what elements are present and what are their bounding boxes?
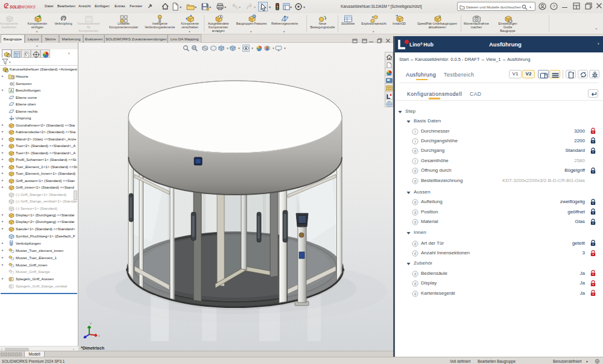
svg-text:x: x bbox=[98, 334, 100, 337]
svg-text:A: A bbox=[10, 89, 13, 93]
svg-text:i: i bbox=[415, 139, 415, 143]
svg-text:*Dimetrisch: *Dimetrisch bbox=[81, 346, 104, 350]
svg-text:d: d bbox=[414, 292, 417, 296]
svg-text:d: d bbox=[414, 242, 417, 246]
svg-text:d: d bbox=[414, 200, 417, 204]
svg-text:d: d bbox=[414, 251, 417, 256]
svg-text:d: d bbox=[414, 281, 417, 286]
svg-text:SOLIDWORKS: SOLIDWORKS bbox=[10, 5, 36, 9]
svg-text:d: d bbox=[414, 210, 417, 215]
svg-text:i: i bbox=[415, 130, 415, 134]
svg-text:d: d bbox=[414, 149, 417, 153]
svg-text:?: ? bbox=[552, 4, 555, 9]
svg-text:d: d bbox=[414, 272, 417, 276]
svg-text:d: d bbox=[414, 179, 417, 183]
svg-text:i: i bbox=[415, 159, 415, 163]
svg-text:y: y bbox=[90, 321, 92, 325]
svg-text:d: d bbox=[414, 220, 417, 224]
svg-text:d: d bbox=[414, 169, 417, 173]
